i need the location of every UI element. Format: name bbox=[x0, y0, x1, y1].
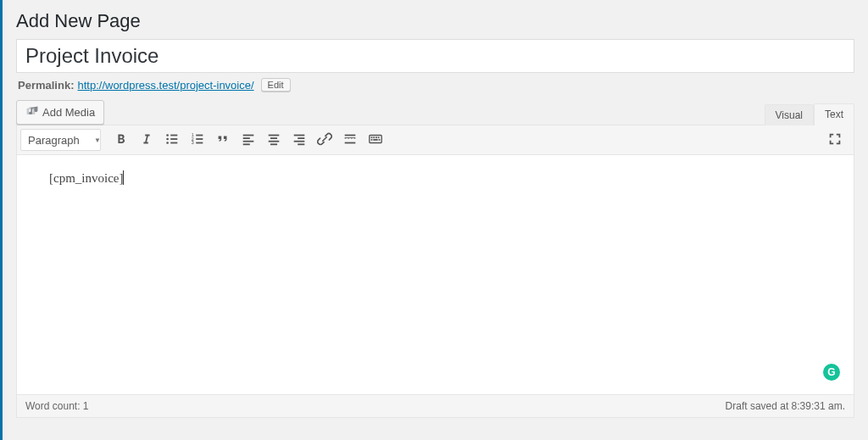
camera-music-icon bbox=[25, 104, 39, 120]
bullet-list-button[interactable] bbox=[160, 129, 184, 151]
numbered-list-button[interactable]: 123 bbox=[186, 129, 209, 151]
link-icon bbox=[317, 131, 332, 149]
svg-point-2 bbox=[166, 137, 169, 140]
svg-rect-25 bbox=[345, 137, 356, 138]
quote-icon bbox=[215, 131, 231, 149]
align-left-button[interactable] bbox=[236, 129, 260, 151]
list-ul-icon bbox=[164, 131, 180, 149]
svg-rect-14 bbox=[243, 140, 254, 142]
svg-rect-12 bbox=[243, 134, 254, 136]
save-status: Draft saved at 8:39:31 am. bbox=[726, 400, 845, 412]
align-left-icon bbox=[241, 131, 256, 149]
blockquote-button[interactable] bbox=[211, 129, 235, 151]
svg-rect-29 bbox=[371, 136, 373, 138]
bold-icon bbox=[114, 131, 129, 149]
svg-rect-19 bbox=[270, 143, 277, 145]
svg-rect-1 bbox=[170, 134, 177, 136]
svg-rect-34 bbox=[373, 139, 377, 141]
editor-mode-tabs: Visual Text bbox=[765, 103, 854, 125]
editor-content[interactable]: [cpm_invoice] bbox=[17, 155, 854, 394]
align-center-icon bbox=[266, 131, 281, 149]
fullscreen-button[interactable] bbox=[823, 129, 847, 151]
svg-rect-7 bbox=[196, 134, 203, 136]
svg-rect-15 bbox=[243, 143, 250, 145]
content-text: [cpm_invoice] bbox=[49, 171, 123, 185]
keyboard-icon bbox=[368, 131, 383, 149]
svg-rect-16 bbox=[269, 134, 280, 136]
toolbar-toggle-button[interactable] bbox=[364, 129, 387, 151]
read-more-button[interactable] bbox=[338, 129, 362, 151]
add-media-button[interactable]: Add Media bbox=[16, 100, 104, 125]
svg-rect-30 bbox=[373, 136, 375, 138]
align-center-button[interactable] bbox=[262, 129, 286, 151]
editor-container: Paragraph 123 bbox=[16, 125, 854, 418]
italic-button[interactable] bbox=[135, 129, 159, 151]
read-more-icon bbox=[342, 131, 358, 149]
fullscreen-icon bbox=[827, 131, 843, 149]
add-media-label: Add Media bbox=[42, 106, 95, 119]
list-ol-icon: 123 bbox=[190, 131, 205, 149]
grammarly-icon[interactable] bbox=[823, 364, 840, 381]
svg-rect-31 bbox=[376, 136, 377, 138]
svg-rect-5 bbox=[170, 142, 177, 143]
svg-rect-17 bbox=[270, 137, 277, 139]
editor-statusbar: Word count: 1 Draft saved at 8:39:31 am. bbox=[17, 394, 854, 417]
align-right-icon bbox=[292, 131, 307, 149]
svg-point-4 bbox=[166, 142, 169, 144]
permalink-label: Permalink: bbox=[18, 79, 74, 92]
align-right-button[interactable] bbox=[287, 129, 311, 151]
italic-icon bbox=[139, 131, 154, 149]
svg-rect-33 bbox=[371, 139, 373, 141]
permalink-row: Permalink: http://wordpress.test/project… bbox=[18, 78, 853, 92]
svg-rect-11 bbox=[196, 142, 203, 143]
svg-point-0 bbox=[166, 134, 169, 136]
svg-text:3: 3 bbox=[192, 140, 194, 145]
permalink-edit-button[interactable]: Edit bbox=[261, 78, 291, 92]
svg-rect-21 bbox=[298, 137, 304, 139]
svg-rect-20 bbox=[294, 134, 305, 136]
svg-rect-9 bbox=[196, 138, 203, 140]
svg-rect-35 bbox=[379, 139, 381, 141]
editor-toolbar: Paragraph 123 bbox=[17, 125, 854, 155]
svg-rect-24 bbox=[345, 134, 356, 136]
svg-rect-3 bbox=[170, 138, 177, 140]
page-title: Add New Page bbox=[16, 7, 854, 39]
svg-rect-18 bbox=[269, 140, 280, 142]
svg-rect-13 bbox=[243, 137, 250, 139]
word-count: Word count: 1 bbox=[25, 400, 88, 412]
svg-rect-27 bbox=[345, 142, 356, 143]
svg-rect-32 bbox=[378, 136, 380, 138]
post-title-input[interactable] bbox=[16, 39, 854, 73]
permalink-url[interactable]: http://wordpress.test/project-invoice/ bbox=[77, 79, 253, 92]
link-button[interactable] bbox=[313, 129, 337, 151]
format-select[interactable]: Paragraph bbox=[20, 129, 101, 151]
svg-rect-26 bbox=[345, 138, 356, 139]
svg-rect-22 bbox=[294, 140, 305, 142]
bold-button[interactable] bbox=[109, 129, 133, 151]
tab-text[interactable]: Text bbox=[814, 103, 854, 125]
tab-visual[interactable]: Visual bbox=[765, 104, 814, 125]
svg-rect-23 bbox=[298, 143, 304, 145]
